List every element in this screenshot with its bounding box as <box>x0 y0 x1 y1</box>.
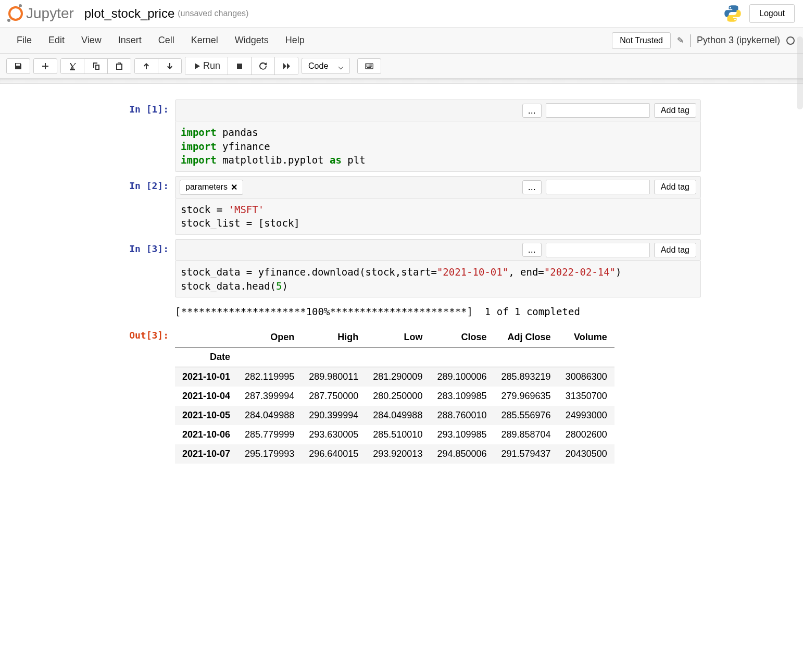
jupyter-logo-icon <box>8 6 23 21</box>
run-button[interactable]: Run <box>185 57 228 74</box>
empty-prompt <box>102 302 175 321</box>
svg-rect-6 <box>371 64 372 65</box>
cell-value: 285.779999 <box>237 425 302 444</box>
pencil-icon[interactable]: ✎ <box>677 35 684 45</box>
tags-more-button[interactable]: ... <box>522 104 542 118</box>
paste-button[interactable] <box>108 59 131 73</box>
scrollbar[interactable] <box>797 36 803 109</box>
table-row: 2021-10-07295.179993296.640015293.920013… <box>175 444 614 464</box>
svg-rect-8 <box>368 66 369 67</box>
col-header: Open <box>237 328 302 347</box>
code-area[interactable]: stock = 'MSFT' stock_list = [stock] <box>175 198 701 235</box>
cell-value: 290.399994 <box>302 406 366 425</box>
code-area[interactable]: stock_data = yfinance.download(stock,sta… <box>175 261 701 297</box>
cell-value: 296.640015 <box>302 444 366 464</box>
svg-rect-9 <box>369 66 370 67</box>
tag-input[interactable] <box>546 243 650 257</box>
restart-run-button[interactable] <box>275 57 298 74</box>
row-index: 2021-10-05 <box>175 406 237 425</box>
arrow-up-icon <box>142 62 150 70</box>
cell-value: 285.893219 <box>494 367 558 387</box>
python-icon <box>723 4 742 23</box>
cell-value: 287.750000 <box>302 387 366 406</box>
tag-label: parameters <box>185 182 228 192</box>
copy-icon <box>92 62 100 70</box>
tag-input[interactable] <box>546 103 650 118</box>
cell-value: 28002600 <box>558 425 614 444</box>
move-down-button[interactable] <box>158 59 181 73</box>
tag-row: ... Add tag <box>175 239 701 261</box>
tags-more-button[interactable]: ... <box>522 243 542 257</box>
svg-rect-4 <box>369 64 370 65</box>
index-label-row: Date <box>175 347 614 367</box>
code-area[interactable]: import pandas import yfinance import mat… <box>175 121 701 172</box>
code-cell: In [3]: ... Add tag stock_data = yfinanc… <box>102 239 701 297</box>
menu-edit[interactable]: Edit <box>40 32 73 49</box>
add-tag-button[interactable]: Add tag <box>654 243 696 257</box>
insert-cell-button[interactable] <box>33 58 57 74</box>
cell-value: 287.399994 <box>237 387 302 406</box>
logout-button[interactable]: Logout <box>749 4 795 23</box>
run-label: Run <box>203 60 220 71</box>
cell-type-select[interactable]: Code <box>302 58 350 74</box>
plus-icon <box>41 62 49 70</box>
tag-chip[interactable]: parameters ✕ <box>180 180 243 195</box>
move-up-button[interactable] <box>135 59 158 73</box>
scissors-icon <box>68 62 77 70</box>
cell-value: 289.858704 <box>494 425 558 444</box>
trust-button[interactable]: Not Trusted <box>612 32 671 49</box>
stop-icon <box>235 62 244 70</box>
copy-button[interactable] <box>84 59 108 73</box>
cell-value: 291.579437 <box>494 444 558 464</box>
fast-forward-icon <box>282 62 291 70</box>
col-header: Volume <box>558 328 614 347</box>
table-header-row: Open High Low Close Adj Close Volume <box>175 328 614 347</box>
output-cell: [*********************100%**************… <box>102 302 701 321</box>
cell-value: 279.969635 <box>494 387 558 406</box>
notebook-name[interactable]: plot_stock_price <box>84 6 174 21</box>
table-row: 2021-10-06285.779999293.630005285.510010… <box>175 425 614 444</box>
tag-input[interactable] <box>546 180 650 194</box>
restart-icon <box>259 62 267 70</box>
jupyter-logo[interactable]: Jupyter <box>8 5 74 22</box>
cell-value: 280.250000 <box>366 387 430 406</box>
cell-value: 293.630005 <box>302 425 366 444</box>
menu-kernel[interactable]: Kernel <box>183 32 227 49</box>
cell-value: 285.556976 <box>494 406 558 425</box>
svg-rect-11 <box>371 66 372 67</box>
cell-value: 285.510010 <box>366 425 430 444</box>
menu-view[interactable]: View <box>73 32 110 49</box>
table-row: 2021-10-01282.119995289.980011281.290009… <box>175 367 614 387</box>
row-index: 2021-10-04 <box>175 387 237 406</box>
cell-value: 289.100006 <box>430 367 494 387</box>
restart-button[interactable] <box>252 57 275 74</box>
cell-value: 295.179993 <box>237 444 302 464</box>
cell-value: 293.109985 <box>430 425 494 444</box>
kernel-name[interactable]: Python 3 (ipykernel) <box>697 35 780 46</box>
menu-insert[interactable]: Insert <box>110 32 150 49</box>
menu-widgets[interactable]: Widgets <box>227 32 277 49</box>
notebook-status: (unsaved changes) <box>178 9 248 18</box>
tag-row: ... Add tag <box>175 99 701 121</box>
output-cell: Out[3]: Open High Low Close Adj Close Vo… <box>102 326 701 464</box>
cell-value: 284.049988 <box>237 406 302 425</box>
row-index: 2021-10-06 <box>175 425 237 444</box>
menu-help[interactable]: Help <box>277 32 313 49</box>
cut-button[interactable] <box>61 59 84 73</box>
add-tag-button[interactable]: Add tag <box>654 180 696 194</box>
menu-cell[interactable]: Cell <box>150 32 183 49</box>
cell-value: 289.980011 <box>302 367 366 387</box>
save-button[interactable] <box>6 58 30 74</box>
cell-value: 20430500 <box>558 444 614 464</box>
menu-file[interactable]: File <box>8 32 40 49</box>
input-prompt: In [3]: <box>102 239 175 297</box>
input-prompt: In [1]: <box>102 99 175 172</box>
col-header: Adj Close <box>494 328 558 347</box>
command-palette-button[interactable] <box>357 58 381 74</box>
stop-button[interactable] <box>228 57 252 74</box>
output-prompt: Out[3]: <box>102 326 175 464</box>
add-tag-button[interactable]: Add tag <box>654 103 696 118</box>
input-prompt: In [2]: <box>102 176 175 235</box>
tags-more-button[interactable]: ... <box>522 180 542 194</box>
close-icon[interactable]: ✕ <box>231 182 237 192</box>
